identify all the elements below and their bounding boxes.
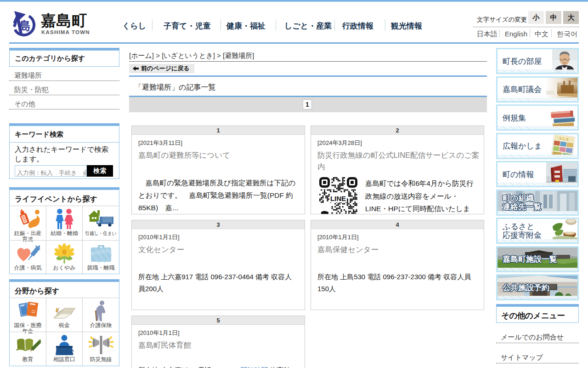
- svg-text:島: 島: [18, 19, 32, 33]
- svg-text:LINE: LINE: [330, 195, 346, 202]
